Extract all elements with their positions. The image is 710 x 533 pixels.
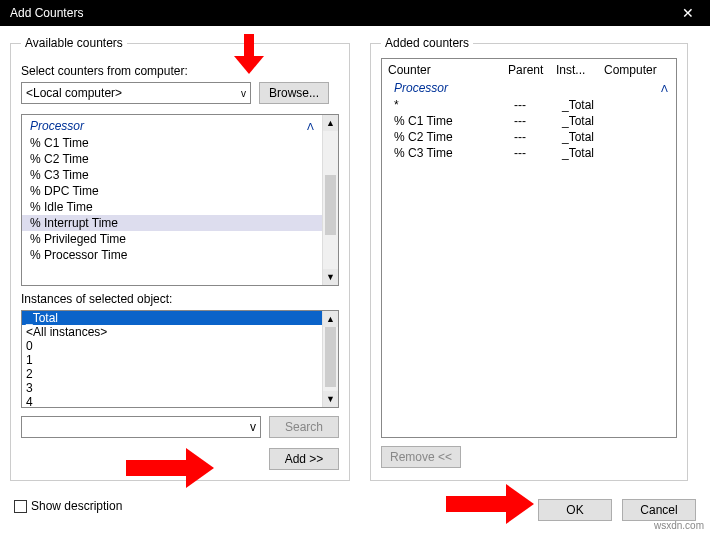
counter-item[interactable]: % Idle Time <box>22 199 322 215</box>
search-button[interactable]: Search <box>269 416 339 438</box>
col-instance[interactable]: Inst... <box>556 63 604 77</box>
added-counters-group: Added counters Counter Parent Inst... Co… <box>370 36 688 481</box>
instance-item[interactable]: _Total <box>22 311 322 325</box>
instance-item[interactable]: 2 <box>22 367 322 381</box>
added-group-name: Processor <box>394 81 448 95</box>
cell-parent: --- <box>514 98 562 112</box>
counter-item[interactable]: % C1 Time <box>22 135 322 151</box>
counter-item[interactable]: % Privileged Time <box>22 231 322 247</box>
cancel-button[interactable]: Cancel <box>622 499 696 521</box>
counter-list[interactable]: Processor ᐱ % C1 Time % C2 Time % C3 Tim… <box>21 114 339 286</box>
available-counters-group: Available counters Select counters from … <box>10 36 350 481</box>
scroll-thumb[interactable] <box>325 175 336 235</box>
counter-item[interactable]: % Interrupt Time <box>22 215 322 231</box>
annotation-arrow-right <box>446 484 536 524</box>
cell-parent: --- <box>514 130 562 144</box>
counter-item[interactable]: % DPC Time <box>22 183 322 199</box>
cell-instance: _Total <box>562 146 610 160</box>
checkbox-icon[interactable] <box>14 500 27 513</box>
cell-counter: % C1 Time <box>394 114 514 128</box>
instance-item[interactable]: 0 <box>22 339 322 353</box>
scrollbar[interactable]: ▲ ▼ <box>322 311 338 407</box>
col-counter[interactable]: Counter <box>388 63 508 77</box>
browse-button[interactable]: Browse... <box>259 82 329 104</box>
select-computer-label: Select counters from computer: <box>21 64 339 78</box>
annotation-arrow-down <box>234 34 264 74</box>
instances-label: Instances of selected object: <box>21 292 339 306</box>
computer-combo-value: <Local computer> <box>26 86 122 100</box>
added-list[interactable]: Counter Parent Inst... Computer Processo… <box>381 58 677 438</box>
chevron-down-icon: v <box>250 420 256 434</box>
cell-instance: _Total <box>562 114 610 128</box>
scroll-down-icon[interactable]: ▼ <box>323 391 338 407</box>
add-button[interactable]: Add >> <box>269 448 339 470</box>
show-description-checkbox[interactable]: Show description <box>14 499 122 513</box>
counter-item[interactable]: % C2 Time <box>22 151 322 167</box>
close-icon[interactable]: ✕ <box>666 0 710 26</box>
instance-item[interactable]: <All instances> <box>22 325 322 339</box>
added-row[interactable]: % C3 Time --- _Total <box>382 145 676 161</box>
scroll-up-icon[interactable]: ▲ <box>323 115 338 131</box>
watermark: wsxdn.com <box>654 520 704 531</box>
scrollbar[interactable]: ▲ ▼ <box>322 115 338 285</box>
instance-item[interactable]: 3 <box>22 381 322 395</box>
added-group-header[interactable]: Processor ᐱ <box>382 79 676 97</box>
added-header-row: Counter Parent Inst... Computer <box>382 59 676 79</box>
chevron-down-icon: v <box>241 88 246 99</box>
counter-item[interactable]: % C3 Time <box>22 167 322 183</box>
show-description-label: Show description <box>31 499 122 513</box>
remove-button[interactable]: Remove << <box>381 446 461 468</box>
cell-parent: --- <box>514 114 562 128</box>
cell-counter: % C3 Time <box>394 146 514 160</box>
instance-item[interactable]: 4 <box>22 395 322 408</box>
counter-item[interactable]: % Processor Time <box>22 247 322 263</box>
titlebar: Add Counters ✕ <box>0 0 710 26</box>
added-legend: Added counters <box>381 36 473 50</box>
col-parent[interactable]: Parent <box>508 63 556 77</box>
available-legend: Available counters <box>21 36 127 50</box>
col-computer[interactable]: Computer <box>604 63 670 77</box>
added-row[interactable]: % C1 Time --- _Total <box>382 113 676 129</box>
instance-list[interactable]: _Total <All instances> 0 1 2 3 4 5 ▲ ▼ <box>21 310 339 408</box>
cell-counter: % C2 Time <box>394 130 514 144</box>
added-row[interactable]: % C2 Time --- _Total <box>382 129 676 145</box>
cell-instance: _Total <box>562 130 610 144</box>
computer-combo[interactable]: <Local computer> v <box>21 82 251 104</box>
cell-parent: --- <box>514 146 562 160</box>
cell-instance: _Total <box>562 98 610 112</box>
ok-button[interactable]: OK <box>538 499 612 521</box>
added-row[interactable]: * --- _Total <box>382 97 676 113</box>
collapse-icon[interactable]: ᐱ <box>307 121 314 132</box>
collapse-icon[interactable]: ᐱ <box>661 83 668 94</box>
counter-group-name: Processor <box>30 119 84 133</box>
instance-search-combo[interactable]: v <box>21 416 261 438</box>
scroll-down-icon[interactable]: ▼ <box>323 269 338 285</box>
scroll-up-icon[interactable]: ▲ <box>323 311 338 327</box>
instance-item[interactable]: 1 <box>22 353 322 367</box>
cell-counter: * <box>394 98 514 112</box>
counter-group-header[interactable]: Processor ᐱ <box>22 115 322 135</box>
annotation-arrow-right <box>126 448 216 488</box>
window-title: Add Counters <box>10 6 83 20</box>
scroll-thumb[interactable] <box>325 327 336 387</box>
